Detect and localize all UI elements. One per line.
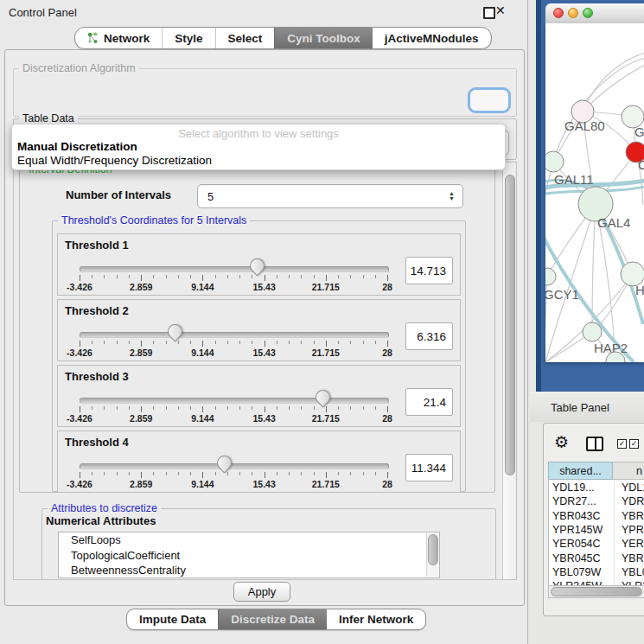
- attribute-item[interactable]: BetweennessCentrality: [59, 563, 439, 578]
- tab-label: jActiveMNodules: [385, 32, 479, 45]
- apply-button[interactable]: Apply: [233, 582, 290, 602]
- slider-tick-label: 2.859: [130, 413, 152, 424]
- threshold-value-field[interactable]: 6.316: [405, 322, 453, 350]
- slider-tick: [104, 341, 105, 344]
- scrollbar-thumb[interactable]: [505, 175, 515, 475]
- slider-tick-label: 21.715: [312, 413, 340, 424]
- tab-select[interactable]: Select: [215, 28, 275, 48]
- threshold-value-field[interactable]: 21.4: [405, 388, 453, 416]
- slider-tick: [190, 472, 191, 475]
- network-node-hap2[interactable]: [583, 322, 602, 341]
- attribute-item[interactable]: SelfLoops: [59, 532, 439, 548]
- slider-tick-label: 15.43: [252, 282, 275, 292]
- network-node-gal11[interactable]: [545, 151, 564, 172]
- slider-tick-label: -3.426: [67, 282, 92, 292]
- columns-icon[interactable]: [586, 437, 603, 451]
- slider-tick-label: 28: [382, 348, 392, 358]
- tab-label: Discretize Data: [231, 613, 315, 626]
- numerical-attributes-list[interactable]: SelfLoopsTopologicalCoefficientBetweenne…: [58, 532, 440, 578]
- threshold-panel-2: Threshold 2-3.4262.8599.14415.4321.71528…: [57, 299, 461, 361]
- number-of-intervals-combobox[interactable]: 5 ▲▼: [197, 184, 463, 208]
- tab-cyni-toolbox[interactable]: Cyni Toolbox: [274, 28, 373, 48]
- tab-infer-network[interactable]: Infer Network: [327, 609, 425, 629]
- slider-tick: [80, 275, 80, 281]
- table-row[interactable]: YBR045CYBR0: [549, 551, 644, 564]
- table-horizontal-scrollbar[interactable]: [548, 585, 644, 598]
- attributes-list-scrollbar[interactable]: [426, 533, 438, 577]
- table-row[interactable]: YDL19...YDL1: [549, 481, 644, 494]
- node-label: GAL11: [554, 172, 594, 187]
- slider-tick: [252, 406, 252, 410]
- threshold-label: Threshold 2: [65, 304, 129, 317]
- cell-name: YPR1: [614, 523, 644, 537]
- slider-thumb[interactable]: [214, 452, 235, 473]
- slider-thumb[interactable]: [247, 255, 268, 276]
- checkbox-icon[interactable]: [617, 439, 627, 449]
- slider-tick: [375, 406, 376, 410]
- table-row[interactable]: YBR043CYBR0: [549, 509, 644, 523]
- table-row[interactable]: YDR27...YDR2: [549, 494, 644, 508]
- numerical-attributes-label: Numerical Attributes: [46, 514, 156, 527]
- slider-tick: [215, 275, 216, 278]
- slider-tick: [117, 406, 118, 410]
- node-label: C: [638, 157, 644, 172]
- slider-track[interactable]: [80, 398, 389, 404]
- slider-tick: [363, 472, 364, 475]
- network-canvas[interactable]: GAL80GACGAL11GAL4GCY1HHAP2: [545, 23, 644, 362]
- float-window-icon[interactable]: [483, 7, 495, 19]
- network-icon: [87, 32, 99, 44]
- tab-jactivemnodules[interactable]: jActiveMNodules: [373, 28, 491, 48]
- slider-tick: [129, 275, 130, 278]
- attributes-group: Attributes to discretize Numerical Attri…: [41, 508, 496, 580]
- network-edge[interactable]: [545, 361, 615, 362]
- slider-track[interactable]: [80, 266, 389, 272]
- slider-tick: [92, 472, 92, 475]
- slider-thumb[interactable]: [313, 386, 334, 407]
- threshold-value-field[interactable]: 11.344: [405, 454, 453, 481]
- threshold-value-field[interactable]: 14.713: [405, 257, 453, 284]
- tab-discretize-data[interactable]: Discretize Data: [218, 609, 327, 629]
- settings-vertical-scrollbar[interactable]: [502, 163, 516, 579]
- close-traffic-light[interactable]: [553, 8, 564, 18]
- slider-tick-label: 21.715: [312, 348, 340, 358]
- table-row[interactable]: YPR145WYPR1: [549, 523, 644, 537]
- algorithm-combobox[interactable]: [468, 87, 511, 113]
- slider-tick-label: 9.144: [191, 413, 214, 424]
- zoom-traffic-light[interactable]: [583, 8, 593, 18]
- slider-track[interactable]: [80, 332, 389, 338]
- close-window-icon[interactable]: ✕: [495, 3, 506, 17]
- threshold-panel-3: Threshold 3-3.4262.8599.14415.4321.71528…: [57, 365, 461, 427]
- slider-track[interactable]: [80, 463, 389, 469]
- network-node-gcy1[interactable]: [545, 268, 556, 285]
- tab-network[interactable]: Network: [75, 28, 162, 48]
- tab-style[interactable]: Style: [162, 28, 214, 48]
- algorithm-dropdown-popup: Select algorithm to view settings Manual…: [11, 124, 506, 170]
- algorithm-placeholder: Select algorithm to view settings: [12, 127, 505, 140]
- slider-tick-label: 2.859: [130, 479, 152, 489]
- checkbox-icon[interactable]: [629, 439, 639, 449]
- slider-tick: [80, 341, 80, 347]
- network-window-titlebar[interactable]: [545, 3, 644, 24]
- slider-tick: [314, 341, 315, 344]
- popup-item-manual-discretization[interactable]: Manual Discretization: [17, 140, 137, 153]
- slider-tick: [265, 341, 265, 347]
- slider-thumb[interactable]: [165, 321, 186, 341]
- minimize-traffic-light[interactable]: [568, 8, 578, 18]
- slider-tick: [239, 406, 240, 410]
- scrollbar-thumb[interactable]: [551, 587, 642, 596]
- slider-tick: [202, 472, 203, 478]
- slider-tick: [314, 472, 315, 475]
- gear-icon[interactable]: ⚙: [554, 432, 569, 452]
- slider-tick: [277, 275, 277, 278]
- threshold-label: Threshold 3: [65, 370, 129, 383]
- table-row[interactable]: YER054CYER0: [549, 537, 644, 551]
- tab-impute-data[interactable]: Impute Data: [127, 609, 218, 629]
- popup-item-equal-width[interactable]: Equal Width/Frequency Discretization: [17, 154, 212, 167]
- column-header-shared-name[interactable]: shared...: [548, 462, 613, 480]
- attribute-item[interactable]: TopologicalCoefficient: [59, 548, 439, 564]
- column-header-name[interactable]: n: [613, 462, 644, 480]
- table-row[interactable]: YBL079WYBL0: [549, 565, 644, 579]
- slider-tick: [129, 406, 130, 410]
- slider-tick: [277, 341, 277, 344]
- slider-tick: [117, 341, 118, 344]
